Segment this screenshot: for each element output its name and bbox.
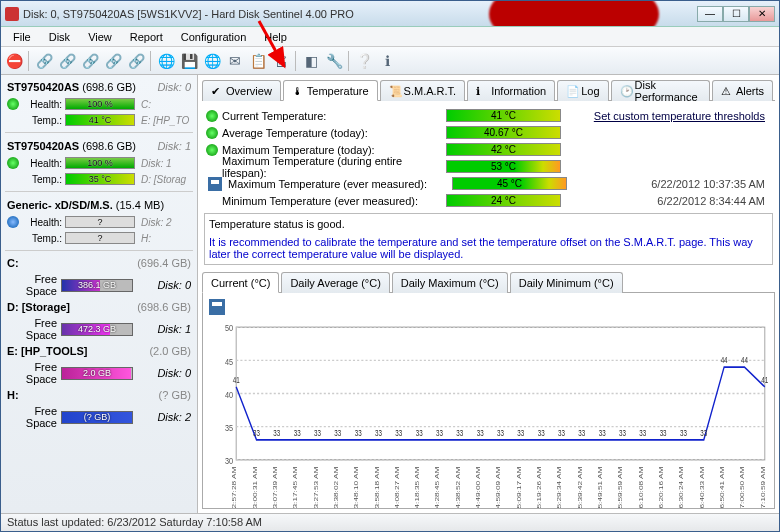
tb-link2-icon[interactable]: 🔗 (56, 50, 78, 72)
volume-header[interactable]: D: [Storage](698.6 GB) (5, 300, 193, 314)
svg-text:5:29:34 AM: 5:29:34 AM (556, 467, 564, 509)
volume-header[interactable]: E: [HP_TOOLS](2.0 GB) (5, 344, 193, 358)
tb-link5-icon[interactable]: 🔗 (125, 50, 147, 72)
svg-text:33: 33 (355, 428, 362, 438)
tb-settings-icon[interactable]: 🔧 (323, 50, 345, 72)
tab-alerts[interactable]: ⚠Alerts (712, 80, 773, 101)
svg-text:33: 33 (680, 428, 687, 438)
free-space-row: Free Space472.3 GBDisk: 1 (5, 316, 193, 342)
svg-text:3:07:39 AM: 3:07:39 AM (271, 467, 279, 509)
svg-text:3:58:18 AM: 3:58:18 AM (373, 467, 381, 509)
svg-text:33: 33 (294, 428, 301, 438)
threshold-link[interactable]: Set custom temperature thresholds (594, 110, 771, 122)
svg-text:6:40:33 AM: 6:40:33 AM (698, 467, 706, 509)
tb-save-icon[interactable]: 💾 (178, 50, 200, 72)
tb-globe-icon[interactable]: 🌐 (155, 50, 177, 72)
svg-text:33: 33 (538, 428, 545, 438)
temp-row: Temp.:35 °CD: [Storag (5, 172, 193, 186)
menu-disk[interactable]: Disk (41, 29, 78, 45)
tab-smart[interactable]: 📜S.M.A.R.T. (380, 80, 466, 101)
temp-reading: Maximum Temperature (during entire lifes… (206, 158, 771, 175)
disk-header[interactable]: ST9750420AS (698.6 GB)Disk: 0 (5, 79, 193, 95)
tb-globe2-icon[interactable]: 🌐 (201, 50, 223, 72)
tb-link4-icon[interactable]: 🔗 (102, 50, 124, 72)
tb-notes-icon[interactable]: 📋 (247, 50, 269, 72)
health-row: Health:100 %C: (5, 97, 193, 111)
svg-text:4:18:35 AM: 4:18:35 AM (413, 467, 421, 509)
svg-text:5:59:59 AM: 5:59:59 AM (617, 467, 625, 509)
question-icon (7, 216, 19, 228)
tb-stop-icon[interactable]: ⛔ (3, 50, 25, 72)
svg-text:6:50:41 AM: 6:50:41 AM (718, 467, 726, 509)
free-space-row: Free Space386.1 GBDisk: 0 (5, 272, 193, 298)
app-icon (5, 7, 19, 21)
disk-header[interactable]: ST9750420AS (698.6 GB)Disk: 1 (5, 138, 193, 154)
maximize-button[interactable]: ☐ (723, 6, 749, 22)
statusbar: Status last updated: 6/23/2012 Saturday … (1, 513, 779, 531)
svg-text:50: 50 (225, 322, 233, 333)
tb-link3-icon[interactable]: 🔗 (79, 50, 101, 72)
svg-text:5:19:26 AM: 5:19:26 AM (535, 467, 543, 509)
svg-text:3:27:53 AM: 3:27:53 AM (312, 467, 320, 509)
svg-text:3:00:31 AM: 3:00:31 AM (251, 467, 259, 509)
disk-header[interactable]: Generic- xD/SD/M.S. (15.4 MB) (5, 197, 193, 213)
ok-icon (7, 157, 19, 169)
temperature-readings: Current Temperature:41 °CSet custom temp… (202, 101, 775, 211)
tb-info-icon[interactable]: ℹ (376, 50, 398, 72)
close-button[interactable]: ✕ (749, 6, 775, 22)
save-chart-icon[interactable] (209, 299, 225, 315)
svg-text:33: 33 (416, 428, 423, 438)
tb-link1-icon[interactable]: 🔗 (33, 50, 55, 72)
window-title: Disk: 0, ST9750420AS [5WS1KVV2] - Hard D… (23, 8, 354, 20)
chart-tab[interactable]: Daily Maximum (°C) (392, 272, 508, 293)
svg-text:33: 33 (273, 428, 280, 438)
tb-print-icon[interactable]: 🖨 (270, 50, 292, 72)
health-row: Health:100 %Disk: 1 (5, 156, 193, 170)
menu-view[interactable]: View (80, 29, 120, 45)
chart-tab[interactable]: Daily Average (°C) (281, 272, 389, 293)
svg-text:33: 33 (639, 428, 646, 438)
tab-overview[interactable]: ✔Overview (202, 80, 281, 101)
clock-icon: 🕑 (620, 85, 632, 97)
ok-icon (206, 127, 218, 139)
status-line: Temperature status is good. (209, 218, 768, 230)
tab-log[interactable]: 📄Log (557, 80, 608, 101)
minimize-button[interactable]: — (697, 6, 723, 22)
svg-text:41: 41 (761, 375, 768, 385)
menu-file[interactable]: File (5, 29, 39, 45)
svg-text:33: 33 (314, 428, 321, 438)
app-window: Disk: 0, ST9750420AS [5WS1KVV2] - Hard D… (0, 0, 780, 532)
tb-dark-icon[interactable]: ◧ (300, 50, 322, 72)
menu-help[interactable]: Help (256, 29, 295, 45)
svg-text:3:48:10 AM: 3:48:10 AM (352, 467, 360, 509)
volume-header[interactable]: H:(? GB) (5, 388, 193, 402)
svg-text:4:08:27 AM: 4:08:27 AM (393, 467, 401, 509)
svg-text:3:17:45 AM: 3:17:45 AM (291, 467, 299, 509)
tb-mail-icon[interactable]: ✉ (224, 50, 246, 72)
tab-diskperformance[interactable]: 🕑Disk Performance (611, 80, 710, 101)
svg-text:33: 33 (619, 428, 626, 438)
timestamp: 6/22/2012 8:34:44 AM (657, 195, 771, 207)
svg-text:4:59:09 AM: 4:59:09 AM (495, 467, 503, 509)
titlebar[interactable]: Disk: 0, ST9750420AS [5WS1KVV2] - Hard D… (1, 1, 779, 27)
svg-text:33: 33 (558, 428, 565, 438)
volume-header[interactable]: C:(696.4 GB) (5, 256, 193, 270)
check-icon: ✔ (211, 85, 223, 97)
main-panel: ✔Overview🌡Temperature📜S.M.A.R.T.ℹInforma… (198, 75, 779, 513)
svg-text:33: 33 (660, 428, 667, 438)
svg-text:6:30:24 AM: 6:30:24 AM (677, 467, 685, 509)
temp-row: Temp.:?H: (5, 231, 193, 245)
save-icon[interactable] (208, 177, 222, 191)
tab-information[interactable]: ℹInformation (467, 80, 555, 101)
ok-icon (206, 110, 218, 122)
menu-report[interactable]: Report (122, 29, 171, 45)
menu-configuration[interactable]: Configuration (173, 29, 254, 45)
svg-text:44: 44 (741, 355, 748, 365)
svg-text:33: 33 (375, 428, 382, 438)
tab-temperature[interactable]: 🌡Temperature (283, 80, 378, 101)
temperature-chart: 3035404550413333333333333333333333333333… (207, 319, 770, 509)
svg-text:33: 33 (497, 428, 504, 438)
chart-tab[interactable]: Current (°C) (202, 272, 279, 293)
tb-help-icon[interactable]: ❔ (353, 50, 375, 72)
chart-tab[interactable]: Daily Minimum (°C) (510, 272, 623, 293)
